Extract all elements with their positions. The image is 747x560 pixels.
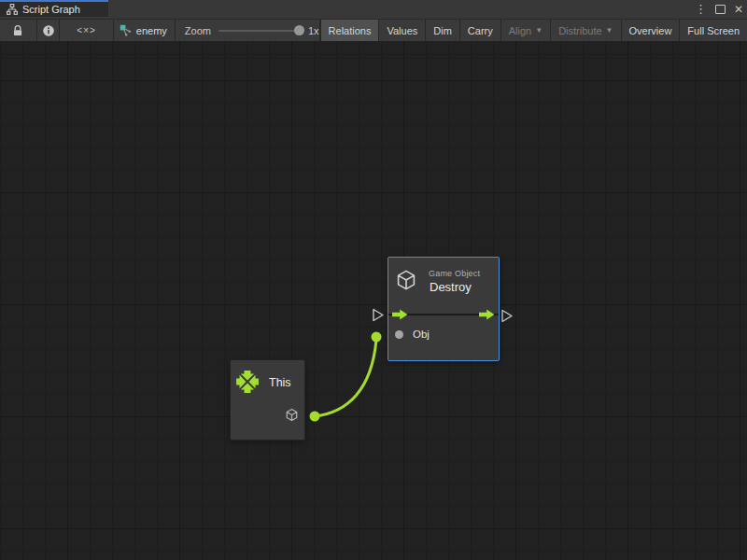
distribute-label: Distribute bbox=[558, 25, 601, 36]
this-unit-icon bbox=[235, 370, 260, 394]
graph-tab-icon bbox=[7, 4, 18, 15]
lock-icon bbox=[11, 24, 24, 37]
dim-button[interactable]: Dim bbox=[425, 20, 459, 41]
graph-canvas[interactable]: Game Object Destroy Obj This bbox=[0, 41, 747, 560]
node-title: Destroy bbox=[430, 280, 472, 294]
zoom-value: 1x bbox=[308, 25, 319, 36]
info-icon bbox=[42, 24, 55, 37]
align-label: Align bbox=[509, 25, 531, 36]
fullscreen-button[interactable]: Full Screen bbox=[679, 20, 747, 41]
flow-input-arrow-icon[interactable] bbox=[392, 309, 408, 320]
connection-wire[interactable] bbox=[315, 340, 376, 416]
align-dropdown[interactable]: Align ▼ bbox=[500, 20, 550, 41]
control-input-port[interactable] bbox=[374, 310, 383, 321]
close-button[interactable]: ✕ bbox=[734, 0, 743, 19]
graph-name-label: enemy bbox=[136, 25, 167, 36]
titlebar: Script Graph ⋮ ✕ bbox=[0, 0, 747, 19]
zoom-control: Zoom 1x bbox=[176, 20, 320, 41]
node-title: This bbox=[269, 376, 291, 389]
toolbar-buttons: Relations Values Dim Carry Align ▼ Distr… bbox=[320, 20, 747, 41]
chevron-down-icon: ▼ bbox=[535, 26, 543, 35]
zoom-slider[interactable] bbox=[218, 30, 301, 32]
node-destroy[interactable]: Game Object Destroy Obj bbox=[388, 257, 500, 361]
node-category: Game Object bbox=[429, 269, 480, 278]
carry-button[interactable]: Carry bbox=[459, 20, 500, 41]
lock-button[interactable] bbox=[0, 20, 37, 41]
connections-overlay bbox=[0, 41, 747, 560]
toolbar: <×> enemy Zoom 1x Relations Values Dim C… bbox=[0, 19, 747, 41]
maximize-button[interactable] bbox=[715, 5, 726, 14]
zoom-slider-handle[interactable] bbox=[294, 25, 304, 35]
obj-port-label: Obj bbox=[413, 329, 430, 340]
relations-button[interactable]: Relations bbox=[320, 20, 379, 41]
tab-script-graph[interactable]: Script Graph bbox=[0, 0, 108, 17]
flow-output-arrow-icon[interactable] bbox=[479, 309, 495, 320]
zoom-label: Zoom bbox=[185, 25, 211, 36]
distribute-dropdown[interactable]: Distribute ▼ bbox=[550, 20, 620, 41]
values-button[interactable]: Values bbox=[378, 20, 425, 41]
control-output-port[interactable] bbox=[502, 311, 512, 322]
obj-input-port[interactable] bbox=[395, 330, 403, 339]
graph-breadcrumb[interactable]: enemy bbox=[114, 20, 176, 41]
window-menu-button[interactable]: ⋮ bbox=[695, 0, 707, 19]
graph-asset-icon bbox=[120, 24, 132, 36]
unity-script-graph-window: { "titlebar": { "tab_title": "Script Gra… bbox=[0, 0, 747, 560]
gameobject-output-port[interactable] bbox=[285, 408, 299, 422]
tab-title: Script Graph bbox=[22, 4, 80, 15]
overview-button[interactable]: Overview bbox=[621, 20, 680, 41]
info-button[interactable] bbox=[37, 20, 61, 41]
code-preview-toggle[interactable]: <×> bbox=[60, 20, 113, 41]
node-this[interactable]: This bbox=[230, 359, 305, 441]
gameobject-cube-icon bbox=[395, 269, 417, 291]
chevron-down-icon: ▼ bbox=[606, 26, 613, 35]
